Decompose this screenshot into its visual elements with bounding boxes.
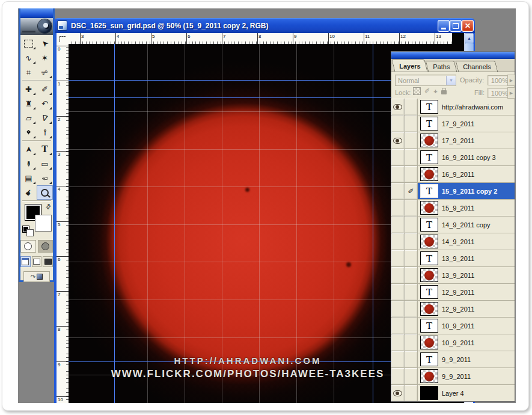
lock-position-icon[interactable]: + xyxy=(433,88,437,95)
layer-row[interactable]: 14_9_2011 xyxy=(391,233,515,250)
dodge-tool[interactable]: ⊸ xyxy=(37,125,53,140)
layer-main[interactable]: T15_9_2011 copy 2 xyxy=(418,183,515,199)
visibility-cell[interactable] xyxy=(391,301,405,317)
layer-row[interactable]: 16_9_2011 xyxy=(391,166,515,183)
layer-main[interactable]: T9_9_2011 xyxy=(418,351,515,367)
tab-paths[interactable]: Paths xyxy=(426,61,457,72)
layer-thumbnail[interactable]: T xyxy=(420,184,438,198)
layer-thumbnail[interactable]: T xyxy=(420,285,438,299)
maximize-button[interactable] xyxy=(450,20,462,32)
visibility-cell[interactable] xyxy=(391,217,405,233)
link-cell[interactable] xyxy=(405,233,418,250)
layer-row[interactable]: ✐T15_9_2011 copy 2 xyxy=(391,183,515,200)
link-cell[interactable] xyxy=(405,351,418,367)
layer-thumbnail[interactable]: T xyxy=(420,251,438,265)
rectangular-marquee-tool[interactable] xyxy=(20,36,37,51)
layer-thumbnail[interactable] xyxy=(420,386,438,400)
layer-thumbnail[interactable] xyxy=(420,201,438,215)
layers-palette-titlebar[interactable] xyxy=(391,52,515,59)
fullscreen-button[interactable] xyxy=(43,256,53,267)
layer-row[interactable]: T13_9_2011 xyxy=(391,250,515,267)
lasso-tool[interactable]: ∿ xyxy=(20,51,37,65)
link-cell[interactable] xyxy=(405,284,418,300)
ruler-origin-box[interactable] xyxy=(57,33,69,45)
layer-thumbnail[interactable]: T xyxy=(420,319,438,333)
layer-row[interactable]: 12_9_2011 xyxy=(391,301,515,318)
layer-thumbnail[interactable] xyxy=(420,268,438,282)
healing-brush-tool[interactable]: ✚ xyxy=(20,82,37,96)
layer-thumbnail[interactable]: T xyxy=(420,150,438,164)
visibility-cell[interactable] xyxy=(391,250,405,266)
link-cell[interactable] xyxy=(405,267,418,283)
shape-tool[interactable]: ▭ xyxy=(37,156,53,171)
swap-colors-icon[interactable]: ⇄ xyxy=(44,202,54,212)
layer-main[interactable]: 16_9_2011 xyxy=(418,166,515,182)
layer-main[interactable]: 13_9_2011 xyxy=(418,267,515,283)
layer-row[interactable]: T9_9_2011 xyxy=(391,351,515,368)
close-button[interactable]: ✕ xyxy=(462,20,474,32)
visibility-cell[interactable] xyxy=(391,200,405,216)
visibility-cell[interactable] xyxy=(391,233,405,250)
layer-row[interactable]: T10_9_2011 xyxy=(391,318,515,334)
layer-thumbnail[interactable] xyxy=(420,336,438,349)
link-cell[interactable]: ✐ xyxy=(405,183,418,199)
blur-tool[interactable]: ♠ xyxy=(20,125,37,140)
link-cell[interactable] xyxy=(405,99,418,115)
visibility-cell[interactable] xyxy=(391,318,405,334)
slice-tool[interactable]: ✄ xyxy=(37,65,53,79)
standard-mode-button[interactable] xyxy=(20,240,36,253)
visibility-cell[interactable] xyxy=(391,368,405,384)
visibility-cell[interactable] xyxy=(391,385,405,401)
visibility-cell[interactable] xyxy=(391,284,405,300)
opacity-slider-arrow[interactable]: ▶ xyxy=(507,75,515,86)
layer-main[interactable]: 9_9_2011 xyxy=(418,368,515,384)
layer-main[interactable]: Layer 4 xyxy=(418,385,515,401)
layer-main[interactable]: 15_9_2011 xyxy=(418,200,515,216)
link-cell[interactable] xyxy=(405,301,418,317)
layer-main[interactable]: T16_9_2011 copy 3 xyxy=(418,149,515,165)
layer-main[interactable]: T17_9_2011 xyxy=(418,115,515,132)
layer-thumbnail[interactable]: T xyxy=(420,100,438,114)
visibility-cell[interactable] xyxy=(391,149,405,165)
layer-main[interactable]: 10_9_2011 xyxy=(418,334,515,351)
layer-row[interactable]: 9_9_2011 xyxy=(391,368,515,385)
link-cell[interactable] xyxy=(405,217,418,233)
visibility-cell[interactable] xyxy=(391,267,405,283)
link-cell[interactable] xyxy=(405,132,418,149)
layer-thumbnail[interactable] xyxy=(420,235,438,248)
brush-tool[interactable]: ✐ xyxy=(37,82,53,96)
layer-thumbnail[interactable] xyxy=(420,167,438,181)
layer-main[interactable]: 12_9_2011 xyxy=(418,301,515,317)
tab-layers[interactable]: Layers xyxy=(392,60,428,72)
standard-screen-button[interactable] xyxy=(20,256,31,267)
visibility-cell[interactable] xyxy=(391,183,405,199)
layer-main[interactable]: T10_9_2011 xyxy=(418,318,515,334)
paint-bucket-tool[interactable]: ∇ xyxy=(37,111,53,125)
scroll-up-arrow[interactable]: ▲ xyxy=(465,33,474,43)
link-cell[interactable] xyxy=(405,166,418,182)
link-cell[interactable] xyxy=(405,149,418,165)
layer-row[interactable]: 13_9_2011 xyxy=(391,267,515,284)
layer-main[interactable]: Thttp://ahradwani.com xyxy=(418,99,515,115)
layer-main[interactable]: 14_9_2011 xyxy=(418,233,515,250)
layer-thumbnail[interactable] xyxy=(420,369,438,383)
link-cell[interactable] xyxy=(405,368,418,384)
layer-main[interactable]: T13_9_2011 xyxy=(418,250,515,266)
layer-main[interactable]: T12_9_2011 xyxy=(418,284,515,300)
tab-channels[interactable]: Channels xyxy=(455,61,498,72)
link-cell[interactable] xyxy=(405,250,418,266)
layer-row[interactable]: T17_9_2011 xyxy=(391,115,515,132)
layer-thumbnail[interactable]: T xyxy=(420,352,438,366)
link-cell[interactable] xyxy=(405,115,418,132)
toolbox-titlebar[interactable] xyxy=(20,8,53,18)
lock-all-icon[interactable] xyxy=(441,90,447,94)
zoom-tool[interactable] xyxy=(37,185,53,200)
visibility-cell[interactable] xyxy=(391,115,405,132)
horizontal-ruler[interactable]: 345678910111213 xyxy=(69,33,452,45)
eyedropper-tool[interactable]: ✑ xyxy=(37,171,53,185)
vertical-ruler[interactable]: 012345678910 xyxy=(57,44,69,403)
layer-row[interactable]: T14_9_2011 copy xyxy=(391,217,515,233)
visibility-cell[interactable] xyxy=(391,132,405,149)
layer-main[interactable]: T14_9_2011 copy xyxy=(418,217,515,233)
layer-row[interactable]: T16_9_2011 copy 3 xyxy=(391,149,515,166)
